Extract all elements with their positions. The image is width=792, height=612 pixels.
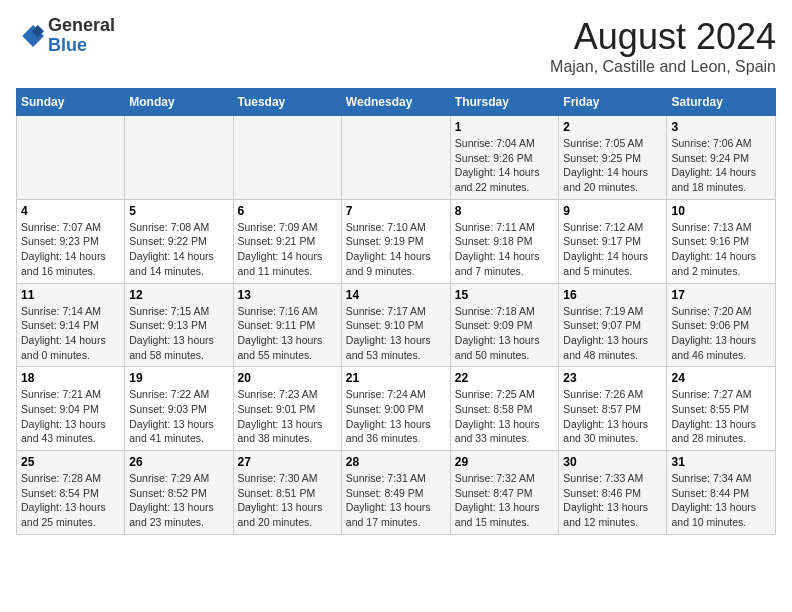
day-number: 29	[455, 455, 555, 469]
calendar-cell: 25Sunrise: 7:28 AMSunset: 8:54 PMDayligh…	[17, 451, 125, 535]
day-number: 24	[671, 371, 771, 385]
day-info: Sunrise: 7:05 AMSunset: 9:25 PMDaylight:…	[563, 136, 662, 195]
day-info: Sunrise: 7:29 AMSunset: 8:52 PMDaylight:…	[129, 471, 228, 530]
day-number: 14	[346, 288, 446, 302]
day-number: 23	[563, 371, 662, 385]
day-info: Sunrise: 7:24 AMSunset: 9:00 PMDaylight:…	[346, 387, 446, 446]
day-info: Sunrise: 7:09 AMSunset: 9:21 PMDaylight:…	[238, 220, 337, 279]
calendar-cell: 23Sunrise: 7:26 AMSunset: 8:57 PMDayligh…	[559, 367, 667, 451]
calendar-cell	[233, 116, 341, 200]
day-number: 16	[563, 288, 662, 302]
day-number: 28	[346, 455, 446, 469]
day-number: 26	[129, 455, 228, 469]
day-info: Sunrise: 7:04 AMSunset: 9:26 PMDaylight:…	[455, 136, 555, 195]
day-info: Sunrise: 7:16 AMSunset: 9:11 PMDaylight:…	[238, 304, 337, 363]
calendar-cell: 11Sunrise: 7:14 AMSunset: 9:14 PMDayligh…	[17, 283, 125, 367]
day-number: 2	[563, 120, 662, 134]
calendar-cell: 3Sunrise: 7:06 AMSunset: 9:24 PMDaylight…	[667, 116, 776, 200]
calendar-cell: 13Sunrise: 7:16 AMSunset: 9:11 PMDayligh…	[233, 283, 341, 367]
day-info: Sunrise: 7:17 AMSunset: 9:10 PMDaylight:…	[346, 304, 446, 363]
day-info: Sunrise: 7:18 AMSunset: 9:09 PMDaylight:…	[455, 304, 555, 363]
day-number: 20	[238, 371, 337, 385]
calendar-week-row: 11Sunrise: 7:14 AMSunset: 9:14 PMDayligh…	[17, 283, 776, 367]
calendar-cell: 16Sunrise: 7:19 AMSunset: 9:07 PMDayligh…	[559, 283, 667, 367]
day-number: 15	[455, 288, 555, 302]
day-info: Sunrise: 7:31 AMSunset: 8:49 PMDaylight:…	[346, 471, 446, 530]
page-header: General Blue August 2024 Majan, Castille…	[16, 16, 776, 76]
day-number: 21	[346, 371, 446, 385]
calendar-cell: 28Sunrise: 7:31 AMSunset: 8:49 PMDayligh…	[341, 451, 450, 535]
page-subtitle: Majan, Castille and Leon, Spain	[550, 58, 776, 76]
day-number: 6	[238, 204, 337, 218]
day-number: 30	[563, 455, 662, 469]
day-number: 25	[21, 455, 120, 469]
calendar-cell	[125, 116, 233, 200]
calendar-header-row: SundayMondayTuesdayWednesdayThursdayFrid…	[17, 89, 776, 116]
day-number: 11	[21, 288, 120, 302]
day-number: 12	[129, 288, 228, 302]
calendar-cell	[341, 116, 450, 200]
day-info: Sunrise: 7:21 AMSunset: 9:04 PMDaylight:…	[21, 387, 120, 446]
calendar-cell: 2Sunrise: 7:05 AMSunset: 9:25 PMDaylight…	[559, 116, 667, 200]
day-info: Sunrise: 7:20 AMSunset: 9:06 PMDaylight:…	[671, 304, 771, 363]
day-info: Sunrise: 7:06 AMSunset: 9:24 PMDaylight:…	[671, 136, 771, 195]
column-header-sunday: Sunday	[17, 89, 125, 116]
calendar-cell: 19Sunrise: 7:22 AMSunset: 9:03 PMDayligh…	[125, 367, 233, 451]
calendar-cell: 5Sunrise: 7:08 AMSunset: 9:22 PMDaylight…	[125, 199, 233, 283]
page-title: August 2024	[550, 16, 776, 58]
calendar-cell: 29Sunrise: 7:32 AMSunset: 8:47 PMDayligh…	[450, 451, 559, 535]
day-number: 4	[21, 204, 120, 218]
logo-general-text: General	[48, 16, 115, 36]
day-info: Sunrise: 7:12 AMSunset: 9:17 PMDaylight:…	[563, 220, 662, 279]
day-info: Sunrise: 7:07 AMSunset: 9:23 PMDaylight:…	[21, 220, 120, 279]
calendar-cell: 21Sunrise: 7:24 AMSunset: 9:00 PMDayligh…	[341, 367, 450, 451]
day-info: Sunrise: 7:14 AMSunset: 9:14 PMDaylight:…	[21, 304, 120, 363]
day-info: Sunrise: 7:33 AMSunset: 8:46 PMDaylight:…	[563, 471, 662, 530]
day-number: 22	[455, 371, 555, 385]
calendar-table: SundayMondayTuesdayWednesdayThursdayFrid…	[16, 88, 776, 535]
calendar-cell: 7Sunrise: 7:10 AMSunset: 9:19 PMDaylight…	[341, 199, 450, 283]
day-number: 13	[238, 288, 337, 302]
column-header-wednesday: Wednesday	[341, 89, 450, 116]
column-header-monday: Monday	[125, 89, 233, 116]
calendar-cell: 20Sunrise: 7:23 AMSunset: 9:01 PMDayligh…	[233, 367, 341, 451]
column-header-friday: Friday	[559, 89, 667, 116]
calendar-cell: 18Sunrise: 7:21 AMSunset: 9:04 PMDayligh…	[17, 367, 125, 451]
day-number: 5	[129, 204, 228, 218]
calendar-cell: 22Sunrise: 7:25 AMSunset: 8:58 PMDayligh…	[450, 367, 559, 451]
calendar-cell: 12Sunrise: 7:15 AMSunset: 9:13 PMDayligh…	[125, 283, 233, 367]
calendar-week-row: 25Sunrise: 7:28 AMSunset: 8:54 PMDayligh…	[17, 451, 776, 535]
day-info: Sunrise: 7:22 AMSunset: 9:03 PMDaylight:…	[129, 387, 228, 446]
day-info: Sunrise: 7:25 AMSunset: 8:58 PMDaylight:…	[455, 387, 555, 446]
day-info: Sunrise: 7:23 AMSunset: 9:01 PMDaylight:…	[238, 387, 337, 446]
day-info: Sunrise: 7:15 AMSunset: 9:13 PMDaylight:…	[129, 304, 228, 363]
calendar-cell: 31Sunrise: 7:34 AMSunset: 8:44 PMDayligh…	[667, 451, 776, 535]
day-info: Sunrise: 7:08 AMSunset: 9:22 PMDaylight:…	[129, 220, 228, 279]
column-header-thursday: Thursday	[450, 89, 559, 116]
calendar-cell	[17, 116, 125, 200]
day-info: Sunrise: 7:27 AMSunset: 8:55 PMDaylight:…	[671, 387, 771, 446]
calendar-week-row: 18Sunrise: 7:21 AMSunset: 9:04 PMDayligh…	[17, 367, 776, 451]
logo-text: General Blue	[48, 16, 115, 56]
day-number: 7	[346, 204, 446, 218]
logo: General Blue	[16, 16, 115, 56]
day-info: Sunrise: 7:26 AMSunset: 8:57 PMDaylight:…	[563, 387, 662, 446]
calendar-week-row: 4Sunrise: 7:07 AMSunset: 9:23 PMDaylight…	[17, 199, 776, 283]
calendar-cell: 24Sunrise: 7:27 AMSunset: 8:55 PMDayligh…	[667, 367, 776, 451]
calendar-cell: 14Sunrise: 7:17 AMSunset: 9:10 PMDayligh…	[341, 283, 450, 367]
calendar-cell: 17Sunrise: 7:20 AMSunset: 9:06 PMDayligh…	[667, 283, 776, 367]
logo-icon	[16, 22, 44, 50]
day-info: Sunrise: 7:32 AMSunset: 8:47 PMDaylight:…	[455, 471, 555, 530]
day-info: Sunrise: 7:19 AMSunset: 9:07 PMDaylight:…	[563, 304, 662, 363]
calendar-cell: 10Sunrise: 7:13 AMSunset: 9:16 PMDayligh…	[667, 199, 776, 283]
day-info: Sunrise: 7:13 AMSunset: 9:16 PMDaylight:…	[671, 220, 771, 279]
day-info: Sunrise: 7:11 AMSunset: 9:18 PMDaylight:…	[455, 220, 555, 279]
column-header-tuesday: Tuesday	[233, 89, 341, 116]
day-number: 27	[238, 455, 337, 469]
day-number: 3	[671, 120, 771, 134]
calendar-cell: 8Sunrise: 7:11 AMSunset: 9:18 PMDaylight…	[450, 199, 559, 283]
calendar-cell: 27Sunrise: 7:30 AMSunset: 8:51 PMDayligh…	[233, 451, 341, 535]
logo-blue-text: Blue	[48, 36, 115, 56]
calendar-cell: 4Sunrise: 7:07 AMSunset: 9:23 PMDaylight…	[17, 199, 125, 283]
day-number: 18	[21, 371, 120, 385]
